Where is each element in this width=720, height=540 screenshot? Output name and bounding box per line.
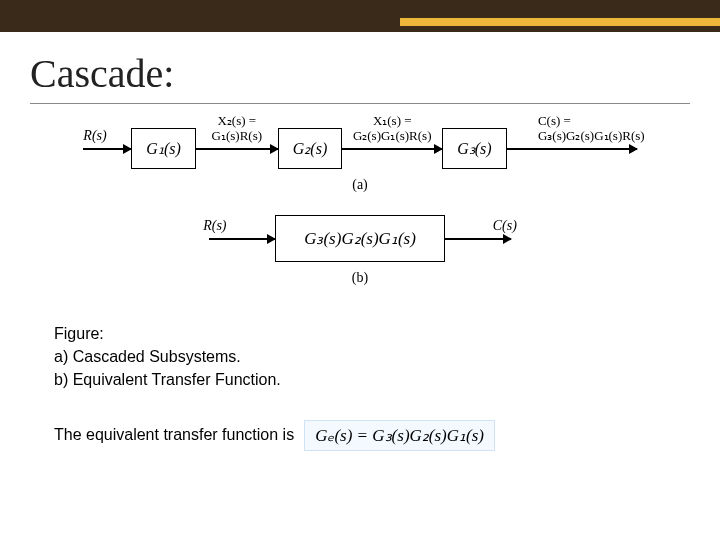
caption-line-3: b) Equivalent Transfer Function. [54,368,690,391]
diagram-a-label: (a) [30,177,690,193]
diagram-a: R(s) G₁(s) X₂(s) =G₁(s)R(s) G₂(s) X₁(s) … [30,128,690,193]
block-equivalent: G₃(s)G₂(s)G₁(s) [275,215,445,262]
arrow-icon [507,148,637,150]
input-label-b: R(s) [203,218,226,234]
caption-line-2: a) Cascaded Subsystems. [54,345,690,368]
equation-lead-text: The equivalent transfer function is [54,426,294,444]
arrow-icon [445,238,511,240]
diagram-b-label: (b) [30,270,690,286]
caption-line-1: Figure: [54,322,690,345]
slide-title: Cascade: [30,50,690,97]
output-label-a: C(s) =G₃(s)G₂(s)G₁(s)R(s) [538,114,645,144]
arrow-icon [209,238,275,240]
arrow-icon [196,148,278,150]
signal-x1-label: X₁(s) =G₂(s)G₁(s)R(s) [292,114,492,144]
arrow-icon [83,148,131,150]
header-accent-block [400,0,720,32]
output-label-b: C(s) [493,218,517,234]
input-label-a: R(s) [83,128,106,144]
figure-caption: Figure: a) Cascaded Subsystems. b) Equiv… [54,322,690,392]
title-rule [30,103,690,104]
slide-header-bar [0,0,720,32]
header-brown-left [0,0,400,32]
equation-row: The equivalent transfer function is Gₑ(s… [54,420,690,451]
equation-box: Gₑ(s) = G₃(s)G₂(s)G₁(s) [304,420,495,451]
arrow-icon [342,148,442,150]
diagram-b: R(s) G₃(s)G₂(s)G₁(s) C(s) (b) [30,215,690,286]
